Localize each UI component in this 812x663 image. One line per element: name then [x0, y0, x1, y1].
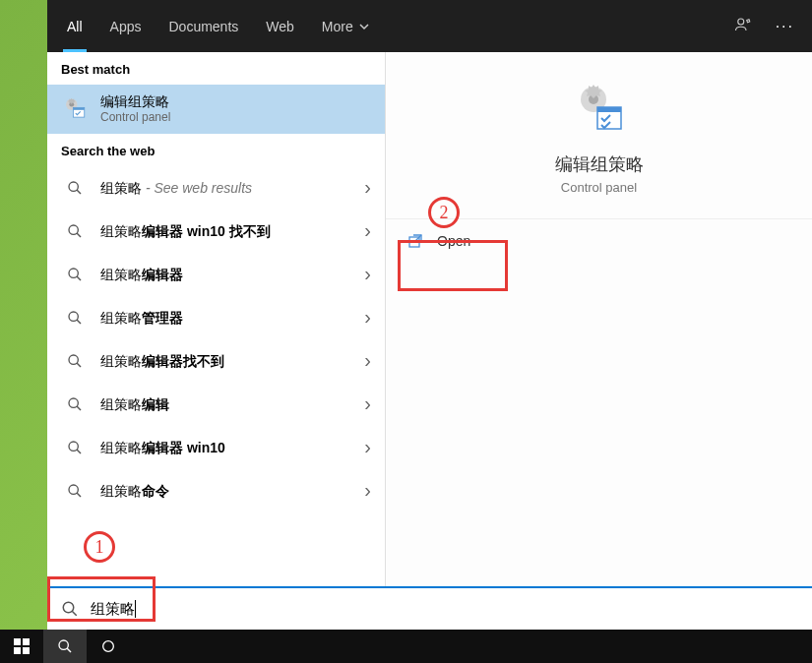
svg-rect-31 — [23, 647, 30, 654]
chevron-right-icon: › — [364, 219, 371, 242]
cortana-button[interactable] — [87, 630, 130, 663]
search-web-header: Search the web — [47, 134, 385, 166]
best-match-title: 编辑组策略 — [100, 92, 371, 110]
best-match-header: Best match — [47, 52, 385, 85]
svg-point-7 — [69, 225, 78, 234]
svg-point-26 — [63, 602, 74, 613]
svg-point-0 — [737, 19, 743, 25]
web-result-item[interactable]: 组策略编辑器 win10› — [47, 426, 385, 469]
search-icon — [61, 600, 79, 618]
tab-documents[interactable]: Documents — [156, 0, 250, 52]
web-result-title: 组策略编辑器 — [100, 266, 352, 283]
open-action[interactable]: Open — [386, 219, 812, 263]
svg-point-17 — [69, 442, 78, 451]
search-icon — [61, 347, 89, 375]
chevron-right-icon: › — [364, 479, 371, 502]
svg-line-33 — [67, 648, 71, 652]
svg-point-11 — [69, 312, 78, 321]
search-input[interactable]: 组策略 — [91, 600, 135, 619]
web-result-item[interactable]: 组策略命令› — [47, 469, 385, 512]
svg-point-15 — [69, 398, 78, 407]
taskbar — [0, 630, 812, 663]
chevron-right-icon: › — [364, 436, 371, 458]
gpedit-icon — [61, 95, 89, 123]
chevron-right-icon: › — [364, 349, 371, 372]
svg-line-18 — [77, 450, 81, 453]
tab-more[interactable]: More — [310, 0, 381, 52]
open-label: Open — [437, 233, 470, 249]
tab-apps[interactable]: Apps — [98, 0, 154, 52]
web-result-title: 组策略编辑器 win10 — [100, 439, 352, 456]
web-result-title: 组策略命令 — [100, 482, 352, 500]
svg-line-16 — [77, 406, 81, 410]
search-icon — [61, 391, 89, 418]
web-result-item[interactable]: 组策略管理器› — [47, 296, 385, 339]
best-match-subtitle: Control panel — [100, 110, 371, 126]
chevron-right-icon: › — [364, 392, 371, 415]
search-results-panel: All Apps Documents Web More ··· Best mat… — [47, 0, 812, 630]
tab-web[interactable]: Web — [254, 0, 306, 52]
svg-line-6 — [77, 190, 81, 194]
web-result-title: 组策略编辑器找不到 — [100, 352, 352, 370]
web-result-item[interactable]: 组策略编辑器 win10 找不到› — [47, 210, 385, 253]
chevron-right-icon: › — [364, 176, 371, 199]
svg-line-20 — [77, 493, 81, 497]
chevron-right-icon: › — [364, 263, 371, 285]
web-result-item[interactable]: 组策略编辑器› — [47, 253, 385, 296]
detail-title: 编辑组策略 — [555, 152, 644, 176]
search-icon — [61, 217, 89, 245]
web-result-title: 组策略编辑 — [100, 395, 352, 413]
taskbar-search-button[interactable] — [43, 630, 87, 663]
svg-rect-4 — [73, 107, 84, 109]
svg-point-34 — [103, 641, 114, 652]
svg-rect-24 — [597, 107, 621, 112]
svg-point-32 — [59, 640, 68, 649]
web-result-item[interactable]: 组策略编辑› — [47, 383, 385, 426]
search-icon — [61, 261, 89, 288]
tab-all[interactable]: All — [55, 0, 94, 52]
web-result-title: 组策略 - See web results — [100, 179, 352, 197]
search-icon — [61, 304, 89, 332]
search-icon — [61, 477, 89, 505]
best-match-item[interactable]: 编辑组策略 Control panel — [47, 85, 385, 134]
svg-line-8 — [77, 233, 81, 237]
filter-tabs: All Apps Documents Web More ··· — [47, 0, 812, 52]
chevron-down-icon — [359, 22, 369, 31]
svg-point-5 — [69, 182, 78, 191]
web-result-title: 组策略编辑器 win10 找不到 — [100, 222, 352, 240]
svg-rect-28 — [14, 638, 21, 645]
svg-rect-30 — [14, 647, 21, 654]
open-icon — [407, 233, 423, 249]
svg-point-13 — [69, 355, 78, 364]
detail-subtitle: Control panel — [561, 180, 637, 195]
start-button[interactable] — [0, 630, 43, 663]
svg-line-10 — [77, 276, 81, 280]
feedback-icon[interactable] — [724, 16, 762, 37]
web-result-item[interactable]: 组策略编辑器找不到› — [47, 339, 385, 383]
results-list: Best match 编辑组策略 Control panel — [47, 52, 386, 630]
detail-pane: 编辑组策略 Control panel Open — [386, 52, 812, 630]
search-bar[interactable]: 组策略 — [47, 586, 812, 630]
search-icon — [61, 174, 89, 202]
svg-rect-29 — [23, 638, 30, 645]
search-icon — [61, 434, 89, 461]
svg-line-12 — [77, 320, 81, 324]
gpedit-large-icon — [572, 82, 627, 137]
svg-line-14 — [77, 363, 81, 367]
web-result-item[interactable]: 组策略 - See web results› — [47, 166, 385, 210]
web-result-title: 组策略管理器 — [100, 309, 352, 327]
chevron-right-icon: › — [364, 306, 371, 329]
more-options-icon[interactable]: ··· — [766, 18, 804, 35]
svg-point-9 — [69, 269, 78, 277]
svg-point-19 — [69, 485, 78, 494]
svg-line-27 — [72, 611, 77, 616]
